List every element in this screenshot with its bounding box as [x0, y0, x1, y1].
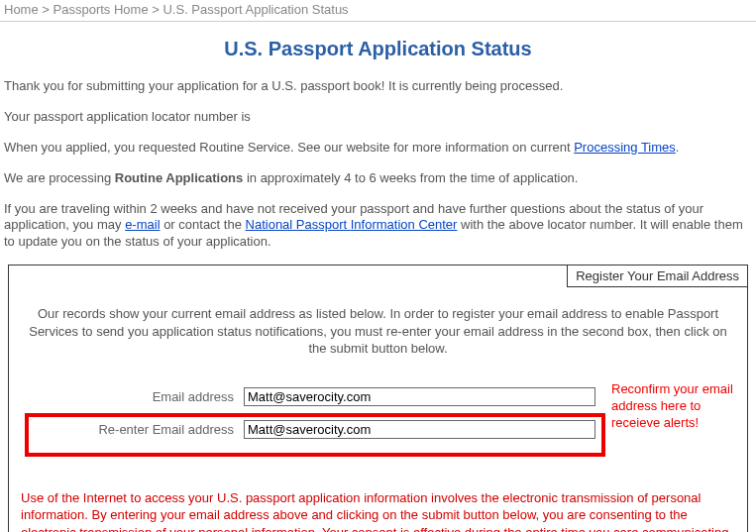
service-text: When you applied, you requested Routine … [4, 140, 752, 157]
breadcrumb-sep: > [42, 2, 50, 17]
breadcrumb-sep: > [152, 2, 160, 17]
breadcrumb-passports-home[interactable]: Passports Home [54, 2, 149, 17]
register-intro-text: Our records show your current email addr… [21, 305, 735, 358]
breadcrumb-home[interactable]: Home [4, 2, 39, 17]
routine-bold: Routine Applications [115, 170, 244, 185]
breadcrumb: Home > Passports Home > U.S. Passport Ap… [0, 0, 756, 22]
processing-time-text: We are processing Routine Applications i… [4, 170, 752, 187]
register-box: Register Your Email Address Our records … [8, 265, 748, 532]
processing-times-link[interactable]: Processing Times [574, 140, 676, 155]
email-link[interactable]: e-mail [125, 217, 160, 232]
reenter-email-field[interactable] [244, 420, 595, 439]
reenter-email-label: Re-enter Email address [21, 422, 244, 437]
email-field[interactable] [244, 387, 595, 406]
page-title: U.S. Passport Application Status [0, 38, 756, 60]
npic-link[interactable]: National Passport Information Center [246, 217, 458, 232]
breadcrumb-current: U.S. Passport Application Status [162, 2, 348, 17]
disclaimer-text: Use of the Internet to access your U.S. … [21, 489, 735, 532]
thank-you-text: Thank you for submitting your applicatio… [4, 78, 752, 95]
locator-text: Your passport application locator number… [4, 109, 752, 126]
register-tab-label: Register Your Email Address [567, 265, 748, 287]
callout-text: Reconfirm your email address here to rec… [611, 381, 750, 432]
main-content: Thank you for submitting your applicatio… [0, 78, 756, 251]
travel-advice-text: If you are traveling within 2 weeks and … [4, 201, 752, 252]
email-label: Email address [21, 389, 244, 404]
email-form: Email address Re-enter Email address Rec… [21, 387, 735, 458]
